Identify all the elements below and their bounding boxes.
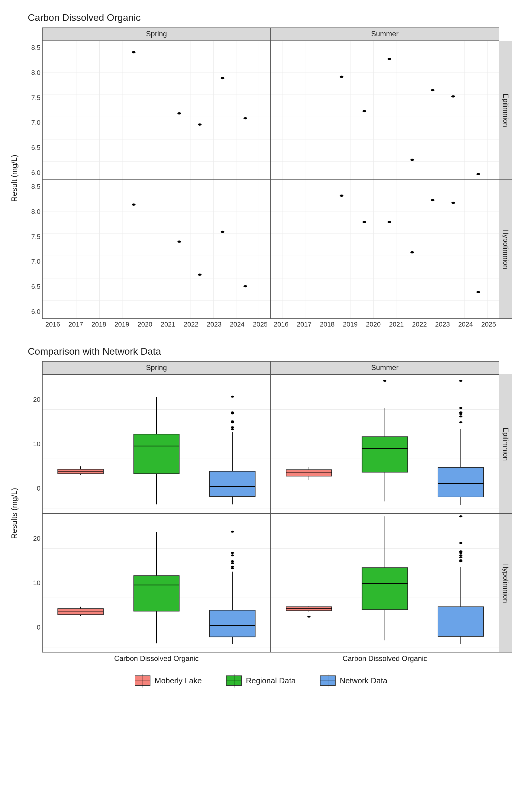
svg-point-126 xyxy=(459,421,462,423)
svg-point-83 xyxy=(387,221,391,223)
svg-point-62 xyxy=(198,274,201,276)
legend-moberly: Moberly Lake xyxy=(135,675,202,686)
svg-rect-137 xyxy=(58,609,103,615)
svg-point-149 xyxy=(231,562,234,564)
svg-point-81 xyxy=(340,195,343,197)
svg-point-129 xyxy=(459,411,462,413)
legend-network: Network Data xyxy=(320,675,387,686)
svg-point-63 xyxy=(221,231,224,233)
svg-point-42 xyxy=(451,96,455,98)
svg-point-161 xyxy=(307,616,310,617)
svg-point-19 xyxy=(221,77,224,79)
svg-rect-101 xyxy=(209,471,255,496)
facet-row-hypo: Hypolimnion xyxy=(499,180,512,319)
box-x-label-l: Carbon Dissolved Organic xyxy=(42,652,271,666)
svg-point-175 xyxy=(459,550,462,552)
svg-point-16 xyxy=(132,51,136,53)
svg-point-86 xyxy=(451,202,455,204)
svg-point-131 xyxy=(459,380,462,382)
svg-point-103 xyxy=(231,428,234,430)
svg-point-172 xyxy=(459,556,462,558)
scatter-y-ticks-top: 8.5 8.0 7.5 7.0 6.5 6.0 xyxy=(24,41,42,180)
svg-rect-115 xyxy=(286,470,332,476)
svg-point-151 xyxy=(231,554,234,556)
box-row-hypo: Hypolimnion xyxy=(499,513,512,652)
svg-point-152 xyxy=(231,552,234,554)
svg-point-61 xyxy=(177,241,181,243)
svg-point-87 xyxy=(476,291,480,293)
svg-rect-164 xyxy=(362,568,408,610)
svg-point-40 xyxy=(410,159,414,161)
box-panel-spring-hypo xyxy=(42,513,271,652)
panel-summer-hypo xyxy=(271,180,499,319)
svg-point-20 xyxy=(243,117,247,119)
legend-swatch-regional xyxy=(226,675,242,686)
svg-point-148 xyxy=(231,566,234,568)
svg-point-176 xyxy=(459,542,462,544)
panel-spring-epi xyxy=(42,41,271,180)
scatter-y-ticks-bot: 8.5 8.0 7.5 7.0 6.5 6.0 xyxy=(24,180,42,319)
svg-point-85 xyxy=(431,199,435,201)
svg-point-153 xyxy=(231,531,234,532)
box-col-spring: Spring xyxy=(42,361,271,374)
svg-point-150 xyxy=(231,560,234,562)
svg-rect-141 xyxy=(134,575,179,611)
box-panel-spring-epi xyxy=(42,374,271,513)
svg-point-43 xyxy=(476,173,480,175)
svg-point-60 xyxy=(132,204,136,206)
box-title: Comparison with Network Data xyxy=(28,346,512,357)
svg-point-39 xyxy=(387,58,391,60)
scatter-y-axis-label: Result (mg/L) xyxy=(10,155,19,202)
box-panel-summer-hypo xyxy=(271,513,499,652)
box-frame: Results (mg/L) Spring Summer 20 10 0 Epi… xyxy=(10,361,512,666)
svg-point-17 xyxy=(177,113,181,115)
scatter-title: Carbon Dissolved Organic xyxy=(28,12,512,23)
legend: Moberly Lake Regional Data Network Data xyxy=(10,675,512,686)
svg-point-84 xyxy=(410,251,414,253)
svg-point-18 xyxy=(198,124,201,126)
svg-point-130 xyxy=(459,407,462,409)
facet-col-summer: Summer xyxy=(271,27,499,41)
box-y-ticks-top: 20 10 0 xyxy=(24,374,42,513)
svg-rect-119 xyxy=(362,437,408,472)
svg-point-109 xyxy=(231,396,234,398)
svg-point-108 xyxy=(231,411,234,413)
box-panel-summer-epi xyxy=(271,374,499,513)
scatter-x-ticks-l: 2016201720182019202020212022202320242025 xyxy=(42,319,271,329)
svg-rect-97 xyxy=(134,434,179,474)
svg-point-171 xyxy=(459,560,462,561)
svg-point-104 xyxy=(231,426,234,428)
svg-point-41 xyxy=(431,89,435,91)
svg-point-106 xyxy=(231,421,234,422)
svg-point-64 xyxy=(243,285,247,287)
box-y-axis-label: Results (mg/L) xyxy=(10,488,19,539)
svg-rect-168 xyxy=(438,607,484,636)
svg-point-37 xyxy=(340,76,343,78)
legend-swatch-moberly xyxy=(135,675,150,686)
scatter-x-ticks-r: 2016201720182019202020212022202320242025 xyxy=(271,319,499,329)
box-x-label-r: Carbon Dissolved Organic xyxy=(271,652,499,666)
facet-col-spring: Spring xyxy=(42,27,271,41)
scatter-chart: Carbon Dissolved Organic Result (mg/L) S… xyxy=(10,12,512,329)
panel-summer-epi xyxy=(271,41,499,180)
svg-point-173 xyxy=(459,554,462,556)
legend-swatch-network xyxy=(320,675,336,686)
box-y-ticks-bot: 20 10 0 xyxy=(24,513,42,652)
legend-regional: Regional Data xyxy=(226,675,296,686)
svg-rect-124 xyxy=(438,467,484,497)
svg-point-38 xyxy=(362,110,366,112)
box-chart: Comparison with Network Data Results (mg… xyxy=(10,346,512,686)
svg-rect-145 xyxy=(209,610,255,637)
box-col-summer: Summer xyxy=(271,361,499,374)
scatter-frame: Result (mg/L) Spring Summer 8.5 8.0 7.5 … xyxy=(10,27,512,329)
facet-row-epi: Epilimnion xyxy=(499,41,512,180)
box-row-epi: Epilimnion xyxy=(499,374,512,513)
svg-point-82 xyxy=(362,221,366,223)
svg-point-121 xyxy=(383,380,387,382)
svg-point-127 xyxy=(459,415,462,417)
panel-spring-hypo xyxy=(42,180,271,319)
svg-point-177 xyxy=(459,515,462,517)
